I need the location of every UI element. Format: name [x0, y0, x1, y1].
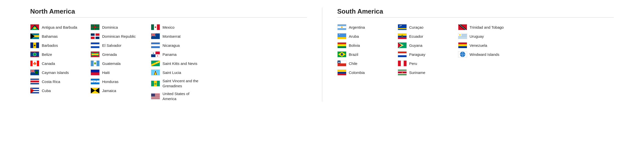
- list-item[interactable]: Belize: [30, 51, 86, 58]
- list-item[interactable]: Guyana: [398, 42, 453, 49]
- list-item[interactable]: Uruguay: [458, 33, 513, 40]
- list-item[interactable]: Chile: [337, 60, 393, 67]
- svg-rect-173: [398, 74, 407, 75]
- svg-point-87: [155, 26, 156, 28]
- country-name: Chile: [349, 61, 357, 66]
- list-item[interactable]: Bahamas: [30, 33, 86, 40]
- svg-rect-125: [151, 97, 160, 97]
- svg-rect-103: [151, 54, 155, 57]
- haiti-flag: [91, 69, 100, 75]
- list-item[interactable]: Cuba: [30, 87, 86, 94]
- svg-rect-131: [338, 28, 346, 30]
- list-item[interactable]: Cayman Islands: [30, 69, 86, 76]
- list-item[interactable]: Mexico: [151, 24, 206, 31]
- svg-rect-31: [32, 70, 33, 72]
- list-item[interactable]: Venezuela: [458, 42, 513, 49]
- svg-rect-127: [151, 99, 160, 99]
- svg-rect-150: [398, 24, 407, 30]
- list-item[interactable]: ◆◆◆ Saint Vincent and the Grenadines: [151, 78, 206, 89]
- list-item[interactable]: Argentina: [337, 24, 393, 31]
- elsalvador-flag: [91, 42, 100, 48]
- list-item[interactable]: Saint Lucia: [151, 69, 206, 76]
- grenada-flag: [91, 51, 100, 57]
- south-america-col3: Trinidad and Tobago Uruguay Venezuela: [458, 24, 513, 76]
- country-name: Jamaica: [102, 89, 116, 93]
- list-item[interactable]: Colombia: [337, 69, 393, 76]
- svg-rect-135: [338, 38, 346, 39]
- svg-point-153: [400, 25, 401, 26]
- country-name: Dominica: [102, 25, 118, 29]
- list-item[interactable]: ★★ Panama: [151, 51, 206, 58]
- svg-point-17: [33, 53, 36, 56]
- svg-rect-170: [398, 71, 407, 71]
- svg-rect-58: [91, 37, 95, 39]
- country-name: Colombia: [349, 70, 365, 75]
- list-item[interactable]: Aruba: [337, 33, 393, 40]
- list-item[interactable]: Nicaragua: [151, 42, 206, 49]
- svg-rect-73: [91, 79, 99, 81]
- list-item[interactable]: ✱ Barbados: [30, 42, 86, 49]
- list-item[interactable]: Brazil: [337, 51, 393, 58]
- svg-rect-102: [155, 52, 160, 54]
- list-item[interactable]: Costa Rica: [30, 78, 86, 85]
- country-name: Windward Islands: [470, 52, 499, 57]
- svg-rect-59: [91, 43, 99, 45]
- svg-rect-181: [458, 36, 467, 37]
- country-name: Bolivia: [349, 43, 360, 48]
- svg-rect-56: [96, 37, 99, 39]
- saintvincentgrenadines-flag: ◆◆◆: [151, 80, 160, 87]
- list-item[interactable]: Dominican Republic: [91, 33, 146, 40]
- country-name: Venezuela: [470, 43, 487, 48]
- list-item[interactable]: Guatemala: [91, 60, 146, 67]
- south-america-columns: Argentina Aruba Bolivia: [337, 24, 614, 76]
- country-name: Guatemala: [102, 61, 120, 66]
- list-item[interactable]: Ecuador: [398, 33, 453, 40]
- uruguay-flag: [458, 33, 467, 39]
- list-item[interactable]: Bolivia: [337, 42, 393, 49]
- svg-text:✱: ✱: [34, 44, 36, 47]
- list-item[interactable]: Peru: [398, 60, 453, 67]
- country-name: Cayman Islands: [42, 70, 69, 75]
- svg-rect-156: [398, 37, 407, 39]
- svg-rect-169: [398, 70, 407, 71]
- svg-rect-37: [30, 83, 39, 85]
- country-name: Ecuador: [409, 34, 423, 38]
- list-item[interactable]: ★★★ Honduras: [91, 78, 146, 85]
- svg-rect-172: [398, 73, 407, 74]
- list-item[interactable]: Montserrat: [151, 33, 206, 40]
- costarica-flag: [30, 78, 39, 85]
- list-item[interactable]: El Salvador: [91, 42, 146, 49]
- argentina-flag: [337, 24, 346, 30]
- list-item[interactable]: ★★ Saint Kitts and Nevis: [151, 60, 206, 67]
- svg-point-157: [401, 35, 403, 37]
- country-name: Uruguay: [470, 34, 484, 38]
- dominica-flag: [91, 24, 100, 30]
- country-name: Trinidad and Tobago: [470, 25, 504, 29]
- country-name: Mexico: [163, 25, 175, 29]
- list-item[interactable]: Paraguay: [398, 51, 453, 58]
- list-item[interactable]: 🍁 Canada: [30, 60, 86, 67]
- svg-rect-84: [151, 24, 154, 30]
- list-item[interactable]: Trinidad and Tobago: [458, 24, 513, 31]
- svg-rect-147: [338, 70, 346, 72]
- list-item[interactable]: Curaçao: [398, 24, 453, 31]
- honduras-flag: ★★★: [91, 78, 100, 85]
- curacao-flag: [398, 24, 407, 30]
- list-item[interactable]: Haiti: [91, 69, 146, 76]
- svg-rect-167: [401, 61, 404, 66]
- list-item[interactable]: Jamaica: [91, 87, 146, 94]
- list-item[interactable]: Antigua and Barbuda: [30, 24, 86, 31]
- country-name: Bahamas: [42, 34, 58, 38]
- list-item[interactable]: Grenada: [91, 51, 146, 58]
- list-item[interactable]: Suriname: [398, 69, 453, 76]
- suriname-flag: [398, 69, 407, 75]
- guyana-flag: [398, 42, 407, 48]
- svg-rect-34: [30, 80, 39, 80]
- guatemala-flag: [91, 60, 100, 66]
- svg-rect-126: [151, 98, 160, 98]
- svg-rect-55: [91, 33, 95, 36]
- svg-rect-71: [91, 70, 99, 72]
- list-item[interactable]: Dominica: [91, 24, 146, 31]
- list-item[interactable]: Windward Islands: [458, 51, 513, 58]
- list-item[interactable]: United States of America: [151, 91, 206, 102]
